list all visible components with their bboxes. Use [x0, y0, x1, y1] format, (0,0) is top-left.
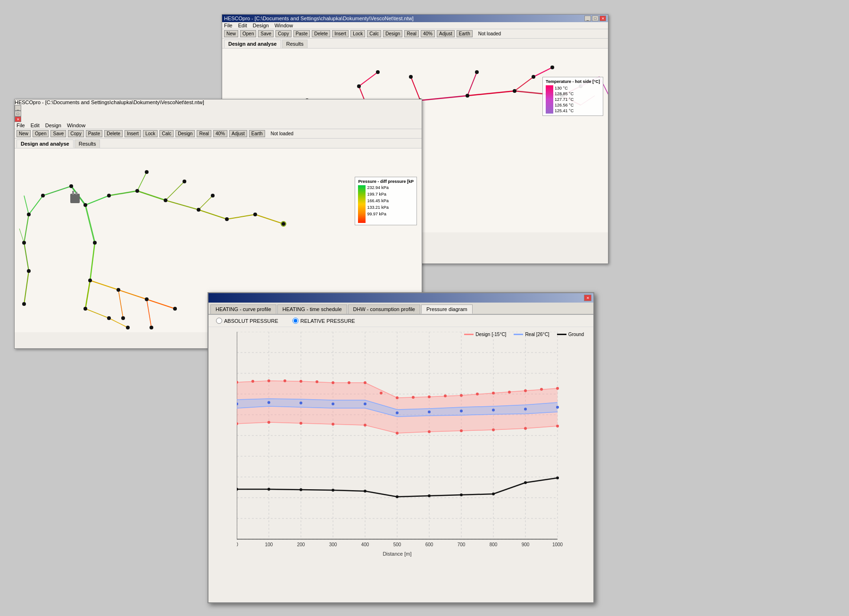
svg-line-55 [255, 214, 283, 224]
pressure-options: ABSOLUT PRESSURE RELATIVE PRESSURE [208, 315, 593, 327]
svg-point-71 [88, 279, 92, 282]
tab-pressure-diagram[interactable]: Pressure diagram [421, 304, 473, 314]
option-relative[interactable]: RELATIVE PRESSURE [292, 318, 355, 324]
maximize-btn-mid[interactable]: □ [15, 111, 21, 116]
menu-design-mid[interactable]: Design [45, 123, 61, 128]
svg-point-160 [396, 396, 399, 399]
svg-point-165 [476, 393, 479, 395]
btn-save-mid[interactable]: Save [50, 130, 66, 137]
menu-window[interactable]: Window [275, 23, 293, 28]
radio-relative[interactable] [292, 318, 299, 324]
btn-calc-mid[interactable]: Calc [159, 130, 174, 137]
menu-file-mid[interactable]: File [17, 123, 25, 128]
status-notloaded-mid: Not loaded [271, 131, 293, 136]
pressure-chart-svg: 750 650 550 450 350 250 150 50 -50 -150 … [237, 332, 584, 563]
btn-real[interactable]: Real [404, 30, 419, 37]
svg-line-63 [147, 299, 151, 328]
svg-line-53 [199, 210, 227, 219]
svg-line-56 [137, 172, 147, 191]
svg-point-28 [475, 70, 479, 74]
btn-new[interactable]: New [224, 30, 238, 37]
svg-point-164 [460, 394, 463, 397]
tab-heating-curve[interactable]: HEATING - curve profile [210, 304, 276, 314]
svg-point-179 [492, 428, 495, 431]
btn-calc[interactable]: Calc [367, 30, 381, 37]
btn-open[interactable]: Open [240, 30, 256, 37]
close-btn-mid[interactable]: ✕ [15, 116, 21, 122]
tab-results[interactable]: Results [282, 40, 308, 48]
close-btn-dialog[interactable]: ✕ [584, 295, 591, 301]
btn-lock-mid[interactable]: Lock [143, 130, 158, 137]
titlebar-pressure: HESCOpro - [C:\Documents and Settings\ch… [15, 99, 422, 122]
close-btn[interactable]: ✕ [599, 16, 606, 21]
svg-point-193 [237, 488, 238, 491]
btn-design[interactable]: Design [383, 30, 402, 37]
btn-adjust[interactable]: Adjust [437, 30, 455, 37]
menu-file[interactable]: File [224, 23, 233, 28]
svg-rect-96 [72, 191, 74, 195]
btn-delete[interactable]: Delete [312, 30, 330, 37]
dialog-tab-bar: HEATING - curve profile HEATING - time s… [208, 303, 593, 315]
btn-adjust-mid[interactable]: Adjust [229, 130, 247, 137]
svg-line-4 [467, 91, 515, 96]
svg-point-181 [556, 425, 559, 427]
btn-earth[interactable]: Earth [457, 30, 473, 37]
svg-line-51 [137, 191, 166, 200]
btn-open-mid[interactable]: Open [33, 130, 49, 137]
btn-zoom[interactable]: 40% [421, 30, 435, 37]
svg-point-81 [197, 208, 200, 212]
btn-copy[interactable]: Copy [275, 30, 291, 37]
svg-point-78 [107, 194, 111, 197]
svg-point-23 [513, 89, 516, 93]
btn-paste[interactable]: Paste [293, 30, 310, 37]
tab-design[interactable]: Design and analyse [224, 40, 281, 48]
btn-insert-mid[interactable]: Insert [125, 130, 141, 137]
svg-point-92 [150, 326, 153, 329]
minimize-btn[interactable]: _ [584, 16, 591, 21]
btn-save[interactable]: Save [258, 30, 274, 37]
svg-point-166 [492, 392, 495, 394]
svg-line-44 [43, 186, 71, 196]
tab-results-mid[interactable]: Results [75, 140, 100, 148]
label-relative: RELATIVE PRESSURE [300, 318, 355, 324]
btn-paste-mid[interactable]: Paste [86, 130, 103, 137]
svg-line-10 [515, 77, 533, 91]
btn-copy-mid[interactable]: Copy [68, 130, 83, 137]
label-absolut: ABSOLUT PRESSURE [224, 318, 278, 324]
svg-point-199 [428, 494, 431, 497]
svg-point-22 [466, 94, 469, 98]
tab-design-mid[interactable]: Design and analyse [17, 140, 74, 148]
svg-line-57 [166, 181, 184, 200]
svg-line-49 [85, 196, 109, 205]
temp-legend-labels: 130 °C 128.85 °C 127.71 °C 126.56 °C 125… [555, 85, 574, 114]
svg-point-174 [332, 423, 334, 426]
btn-real-mid[interactable]: Real [197, 130, 211, 137]
tab-dhw-profile[interactable]: DHW - consumption profile [348, 304, 420, 314]
btn-design-mid[interactable]: Design [175, 130, 195, 137]
svg-point-77 [22, 302, 26, 306]
btn-insert[interactable]: Insert [332, 30, 349, 37]
svg-text:Distance [m]: Distance [m] [383, 551, 411, 557]
btn-earth-mid[interactable]: Earth [249, 130, 265, 137]
svg-point-152 [267, 379, 270, 382]
menu-design[interactable]: Design [253, 23, 269, 28]
btn-lock[interactable]: Lock [350, 30, 365, 37]
menu-window-mid[interactable]: Window [67, 123, 85, 128]
titlebar-controls: _ □ ✕ [584, 16, 606, 21]
menubar-temperature: File Edit Design Window [222, 22, 608, 29]
menu-edit[interactable]: Edit [238, 23, 247, 28]
svg-point-94 [126, 326, 130, 329]
svg-point-156 [332, 381, 334, 384]
svg-text:700: 700 [458, 542, 466, 547]
radio-absolut[interactable] [216, 318, 222, 324]
svg-line-3 [420, 96, 467, 100]
legend-label-ground: Ground [568, 332, 584, 337]
maximize-btn[interactable]: □ [592, 16, 599, 21]
minimize-btn-mid[interactable]: _ [15, 105, 21, 111]
btn-zoom-mid[interactable]: 40% [213, 130, 227, 137]
btn-new-mid[interactable]: New [17, 130, 31, 137]
tab-heating-time[interactable]: HEATING - time schedule [277, 304, 347, 314]
option-absolut[interactable]: ABSOLUT PRESSURE [216, 318, 278, 324]
btn-delete-mid[interactable]: Delete [104, 130, 123, 137]
menu-edit-mid[interactable]: Edit [31, 123, 40, 128]
